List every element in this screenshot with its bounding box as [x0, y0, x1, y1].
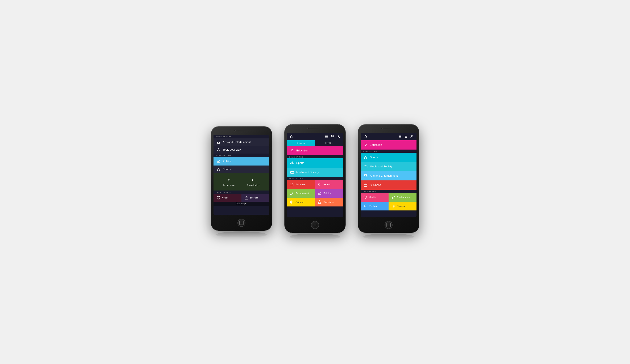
- disasters-label-2: Disasters: [324, 201, 334, 203]
- science-label-2: Science: [296, 201, 304, 203]
- politics-icon-3: [363, 204, 367, 208]
- arts-label-3: Arts and Entertainment: [370, 174, 398, 177]
- phone-camera-1: [234, 130, 236, 131]
- leaf-icon-3: [391, 195, 395, 199]
- arts-tile-3[interactable]: Arts and Entertainment: [360, 171, 416, 180]
- heart-icon-2: [318, 182, 322, 187]
- heart-icon-1: [216, 196, 221, 200]
- some-of-this-label-1: SOME OF THIS: [214, 154, 270, 157]
- tutorial-overlay: ☞ Tap for more ↩ Swipe for less: [214, 173, 270, 191]
- topic-your-way-row[interactable]: Topic your way: [214, 146, 270, 154]
- menu-icon-3[interactable]: [398, 134, 402, 139]
- svg-rect-0: [217, 141, 220, 143]
- arts-row[interactable]: Arts and Entertainment: [214, 138, 270, 146]
- sports-tile-3[interactable]: Sports: [360, 153, 416, 162]
- location-icon-2[interactable]: [330, 134, 334, 139]
- education-label-2: Education: [296, 149, 308, 152]
- environment-tile-2[interactable]: Environment: [287, 189, 315, 198]
- politics-icon-2: [318, 191, 322, 195]
- sports-label-3: Sports: [370, 156, 378, 159]
- health-tile-2[interactable]: Health: [315, 180, 343, 189]
- app-header-3: [360, 133, 416, 140]
- media-tile-2[interactable]: Media and Society: [287, 168, 343, 177]
- swipe-icon: ↩: [252, 177, 256, 183]
- home-button-2[interactable]: [311, 221, 319, 229]
- svg-point-15: [332, 136, 333, 137]
- briefcase-icon-1: [244, 196, 248, 200]
- politics-tile-3[interactable]: Politics: [360, 202, 388, 210]
- svg-rect-52: [364, 184, 367, 187]
- environment-tile-3[interactable]: Environment: [388, 193, 416, 202]
- sports-row[interactable]: Sports: [214, 166, 270, 173]
- tab-entertainment[interactable]: rtainment: [287, 140, 315, 146]
- grid-row-2-2: Environment Politics: [287, 189, 343, 198]
- heart-icon-3: [363, 195, 367, 199]
- science-tile-2[interactable]: Science: [287, 198, 315, 206]
- user-icon-3[interactable]: [410, 134, 414, 139]
- entertainment-tab-label: rtainment: [297, 142, 306, 144]
- politics-label-3: Politics: [369, 205, 376, 207]
- business-label-3: Business: [370, 183, 381, 187]
- health-label-1: Health: [222, 197, 228, 199]
- header-right-icons-2: [324, 134, 340, 139]
- environment-label-3: Environment: [397, 196, 410, 198]
- tab-less[interactable]: LESS ▾: [315, 140, 343, 146]
- education-tile-2[interactable]: Education: [287, 146, 343, 155]
- disasters-tile-2[interactable]: Disasters: [315, 198, 343, 206]
- tap-label: Tap for more: [223, 184, 234, 186]
- screen-2: rtainment LESS ▾ Education: [287, 133, 343, 217]
- business-tile-2[interactable]: Business: [287, 180, 315, 189]
- location-icon-3[interactable]: [404, 134, 408, 139]
- phone-2: rtainment LESS ▾ Education: [284, 124, 346, 233]
- home-icon-2[interactable]: [290, 134, 294, 139]
- less-divider-3: LESS OF THIS: [360, 190, 416, 193]
- svg-point-39: [365, 144, 366, 145]
- politics-label-1: Politics: [223, 160, 231, 163]
- svg-point-25: [291, 201, 292, 202]
- grid-row-1-3: Health Environment: [360, 193, 416, 202]
- politics-row[interactable]: Politics: [214, 157, 270, 166]
- svg-rect-22: [290, 171, 294, 173]
- business-less-row[interactable]: Business: [242, 194, 270, 202]
- svg-point-53: [364, 205, 366, 206]
- lightbulb-icon-3: [364, 143, 368, 147]
- less-of-this-label-1: LESS OF THIS: [214, 191, 270, 194]
- health-label-3: Health: [369, 196, 376, 198]
- home-button-3[interactable]: [384, 221, 392, 229]
- home-button-1[interactable]: [238, 219, 246, 227]
- phone-1: MORE OF THIS Arts and Entertainment Topi…: [211, 126, 272, 231]
- media-label-3: Media and Society: [370, 165, 392, 168]
- grid-row-3-2: Science Disasters: [287, 198, 343, 206]
- some-divider-3: SOME OF THIS: [360, 150, 416, 153]
- business-label-2: Business: [296, 183, 305, 186]
- less-tab-label: LESS: [325, 142, 331, 144]
- app-header-2: [287, 133, 343, 140]
- sports-tile-2[interactable]: Sports: [287, 158, 343, 168]
- briefcase-icon-3: [364, 183, 368, 187]
- sports-label-2: Sports: [296, 161, 304, 164]
- reflection-3: [363, 234, 414, 240]
- tap-icon: ☞: [226, 177, 231, 183]
- media-label-2: Media and Society: [296, 171, 319, 174]
- some-divider-2: SOME OF THIS: [287, 155, 343, 158]
- media-tile-3[interactable]: Media and Society: [360, 162, 416, 171]
- svg-point-26: [290, 201, 293, 203]
- science-label-3: Science: [397, 205, 406, 207]
- business-tile-3[interactable]: Business: [360, 180, 416, 190]
- politics-tile-2[interactable]: Politics: [315, 189, 343, 198]
- politics-icon: [216, 159, 221, 163]
- education-tile-3[interactable]: Education: [360, 140, 416, 150]
- menu-icon-2[interactable]: [324, 134, 329, 139]
- disaster-icon-2: [318, 200, 322, 204]
- svg-rect-44: [364, 166, 367, 168]
- tap-tutorial: ☞ Tap for more: [223, 177, 234, 186]
- briefcase-icon-2: [290, 182, 294, 187]
- home-icon-3[interactable]: [363, 134, 367, 139]
- film-icon-3: [364, 174, 368, 178]
- business-label-1: Business: [250, 197, 258, 199]
- health-tile-3[interactable]: Health: [360, 193, 388, 202]
- health-less-row[interactable]: Health: [214, 194, 242, 202]
- education-label-3: Education: [370, 143, 382, 146]
- science-tile-3[interactable]: Science: [388, 202, 416, 210]
- user-icon-2[interactable]: [336, 134, 340, 139]
